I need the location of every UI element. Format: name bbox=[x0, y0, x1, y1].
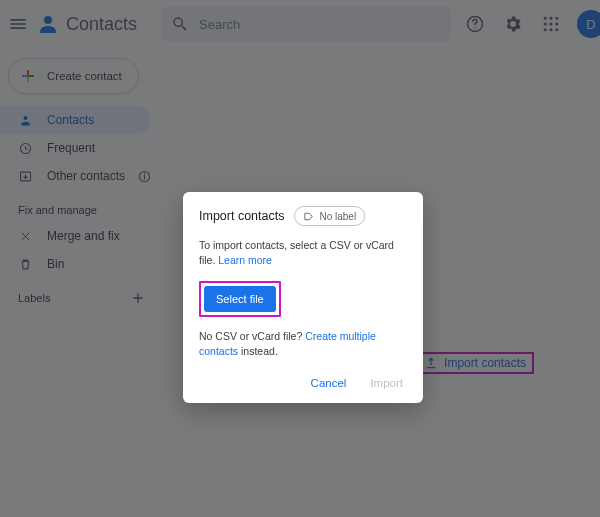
import-dialog: Import contacts No label To import conta… bbox=[183, 192, 423, 403]
select-file-button[interactable]: Select file bbox=[204, 286, 276, 312]
chip-label: No label bbox=[319, 211, 356, 222]
label-icon bbox=[303, 211, 314, 222]
dialog-title: Import contacts bbox=[199, 209, 284, 223]
label-chip[interactable]: No label bbox=[294, 206, 365, 226]
dialog-header: Import contacts No label bbox=[199, 206, 407, 226]
dialog-body-text: To import contacts, select a CSV or vCar… bbox=[199, 238, 407, 267]
learn-more-link[interactable]: Learn more bbox=[218, 254, 272, 266]
dialog-alt-text: No CSV or vCard file? Create multiple co… bbox=[199, 329, 407, 358]
cancel-button[interactable]: Cancel bbox=[307, 373, 351, 393]
dialog-footer: Cancel Import bbox=[199, 373, 407, 393]
select-file-highlight: Select file bbox=[199, 281, 281, 317]
import-button: Import bbox=[366, 373, 407, 393]
